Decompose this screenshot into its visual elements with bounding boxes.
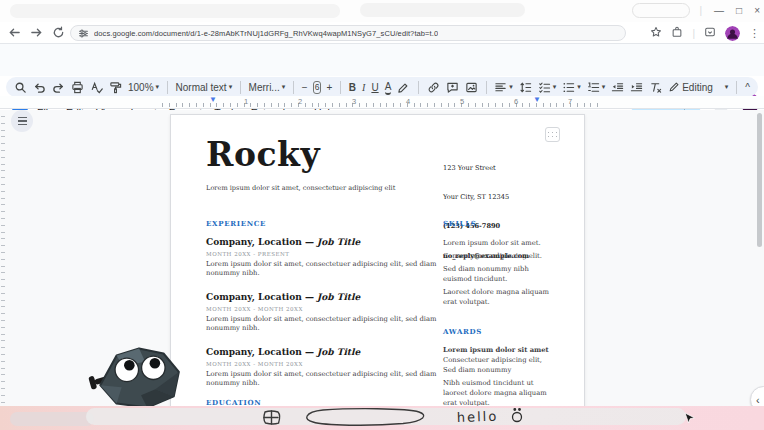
- text-color-button[interactable]: A: [385, 79, 392, 95]
- spellcheck-button[interactable]: [90, 79, 103, 95]
- experience-entry-title: Company, Location — Job Title: [206, 237, 360, 247]
- ruler-number: 5: [460, 97, 464, 106]
- chevron-down-icon: ▾: [602, 83, 606, 91]
- paint-format-button[interactable]: [109, 79, 122, 95]
- mouse-cursor: [684, 411, 696, 429]
- font-size-decrease-button[interactable]: −: [302, 79, 308, 95]
- url-text: docs.google.com/document/d/1-e-28mAbKTrN…: [94, 29, 438, 38]
- experience-heading: EXPERIENCE: [206, 219, 266, 228]
- increase-indent-button[interactable]: [630, 79, 643, 95]
- contact-city: Your City, ST 12345: [443, 193, 529, 203]
- experience-entry-body: Lorem ipsum dolor sit amet, consectetuer…: [206, 370, 437, 389]
- ruler-number: 2: [298, 97, 302, 106]
- skill-item: Lorem ipsum dolor sit amet.: [443, 238, 541, 248]
- chevron-down-icon: ▾: [282, 83, 286, 91]
- tab-strip: | — □ ×: [0, 0, 764, 22]
- doodle-window-cross: [264, 411, 278, 424]
- profile-avatar[interactable]: [725, 26, 740, 41]
- print-button[interactable]: [71, 79, 84, 95]
- drag-grid-icon[interactable]: [545, 127, 560, 142]
- collapse-toolbar-icon[interactable]: ^: [745, 79, 750, 95]
- chevron-down-icon: ▾: [553, 83, 557, 91]
- experience-entry-dates: MONTH 20XX - MONTH 20XX: [206, 306, 303, 312]
- close-button[interactable]: ×: [754, 5, 760, 16]
- zoom-select[interactable]: 100% ▾: [128, 79, 159, 95]
- chevron-down-icon: ▾: [725, 83, 729, 91]
- italic-button[interactable]: I: [362, 79, 365, 95]
- insert-image-button[interactable]: [465, 79, 478, 95]
- underline-button[interactable]: U: [371, 79, 378, 95]
- bulleted-list-button[interactable]: ▾: [562, 79, 581, 95]
- font-size-increase-button[interactable]: +: [327, 79, 333, 95]
- experience-entry-title: Company, Location — Job Title: [206, 292, 360, 302]
- minimize-button[interactable]: —: [714, 5, 724, 16]
- ruler-number: 3: [352, 97, 356, 106]
- ruler-number: 4: [406, 97, 410, 106]
- horizontal-ruler: 1 2 3 4 5 6 7 ▼ ▼: [0, 96, 764, 109]
- divider: |: [700, 5, 703, 16]
- experience-entry-title: Company, Location — Job Title: [206, 347, 360, 357]
- pencil-icon: [668, 81, 680, 93]
- chevron-left-icon: ‹: [756, 394, 760, 406]
- line-spacing-button[interactable]: [519, 79, 532, 95]
- extensions-icon[interactable]: [671, 24, 683, 42]
- tab-search-icon[interactable]: [704, 24, 716, 42]
- styles-select[interactable]: Normal text ▾: [176, 79, 233, 95]
- show-outline-button[interactable]: [11, 110, 33, 132]
- scrollbar-thumb[interactable]: [757, 113, 762, 247]
- numbered-list-button[interactable]: ▾: [587, 79, 606, 95]
- chevron-down-icon: ▾: [229, 83, 233, 91]
- undo-button[interactable]: [33, 79, 46, 95]
- docs-toolbar: 100% ▾ Normal text ▾ Merri... ▾ − 6 + B …: [6, 77, 758, 97]
- awards-lead: Lorem ipsum dolor sit amet: [443, 345, 549, 355]
- experience-entry-body: Lorem ipsum dolor sit amet, consectetuer…: [206, 260, 437, 279]
- resume-tagline: Lorem ipsum dolor sit amet, consectetuer…: [206, 184, 395, 192]
- desktop-doodle-strip: hello: [0, 406, 764, 430]
- docs-header: Resume ☆ File Edit View Insert Format To…: [0, 44, 764, 76]
- browser-menu-icon[interactable]: ⋮: [749, 27, 760, 40]
- blurred-tab: [10, 4, 340, 18]
- right-indent-marker[interactable]: ▼: [533, 96, 541, 104]
- search-menus-icon[interactable]: [14, 79, 27, 95]
- ruler-number: 1: [244, 97, 248, 106]
- divider: [736, 81, 737, 94]
- font-select[interactable]: Merri... ▾: [249, 79, 286, 95]
- bookmark-star-icon[interactable]: [650, 24, 662, 42]
- chevron-down-icon: ▾: [577, 83, 581, 91]
- back-icon[interactable]: [6, 25, 22, 41]
- clear-formatting-button[interactable]: [649, 79, 662, 95]
- vertical-ruler: [1, 116, 5, 406]
- doodles: hello: [255, 405, 555, 430]
- experience-entry-body: Lorem ipsum dolor sit amet, consectetuer…: [206, 315, 437, 334]
- highlight-button[interactable]: [397, 79, 410, 95]
- skill-item: Laoreet dolore magna aliquam erat volutp…: [443, 287, 549, 307]
- refresh-icon[interactable]: [50, 25, 66, 41]
- add-comment-button[interactable]: [446, 79, 459, 95]
- redo-button[interactable]: [52, 79, 65, 95]
- awards-text: Nibh euismod tincidunt ut laoreet dolore…: [443, 378, 547, 408]
- insert-link-button[interactable]: [427, 79, 440, 95]
- align-button[interactable]: ▾: [494, 79, 513, 95]
- pet-rock-sticker[interactable]: [88, 345, 186, 415]
- doodle-hello-text: hello: [457, 409, 499, 425]
- url-bar[interactable]: docs.google.com/document/d/1-e-28mAbKTrN…: [70, 25, 626, 41]
- site-settings-icon[interactable]: [78, 28, 89, 39]
- ruler-number: 6: [514, 97, 518, 106]
- blurred-blob: [10, 412, 94, 426]
- chevron-down-icon: ▾: [156, 83, 160, 91]
- font-size-field[interactable]: 6: [313, 81, 320, 94]
- document-page[interactable]: Rocky Lorem ipsum dolor sit amet, consec…: [170, 114, 585, 430]
- blurred-pill: [632, 3, 690, 18]
- left-indent-marker[interactable]: ▼: [209, 96, 217, 104]
- doodle-oval: [307, 409, 424, 426]
- blurred-tab: [360, 3, 525, 17]
- bold-button[interactable]: B: [349, 79, 356, 95]
- experience-entry-dates: MONTH 20XX - MONTH 20XX: [206, 361, 303, 367]
- awards-heading: AWARDS: [443, 327, 482, 336]
- checklist-button[interactable]: ▾: [538, 79, 557, 95]
- forward-icon[interactable]: [28, 25, 44, 41]
- maximize-button[interactable]: □: [736, 5, 742, 16]
- divider: |: [692, 28, 695, 39]
- editing-mode-select[interactable]: Editing ▾: [668, 79, 728, 95]
- decrease-indent-button[interactable]: [611, 79, 624, 95]
